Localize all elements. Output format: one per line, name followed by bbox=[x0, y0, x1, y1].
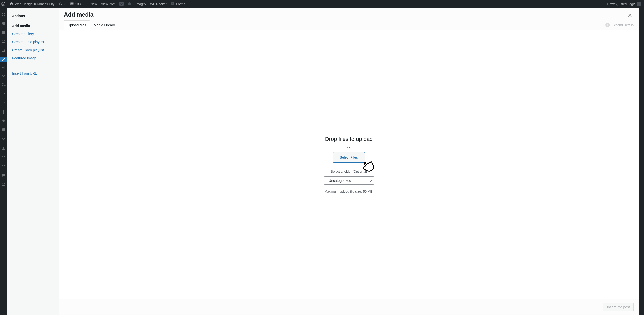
menu-media[interactable] bbox=[0, 100, 7, 106]
wordpress-icon bbox=[1, 2, 5, 6]
action-create-gallery[interactable]: Create gallery bbox=[12, 30, 54, 38]
menu-generic-5[interactable] bbox=[0, 109, 7, 115]
media-tabs: Upload files Media Library bbox=[64, 20, 119, 30]
svg-point-12 bbox=[2, 40, 3, 41]
forms-icon bbox=[171, 2, 175, 6]
insert-into-post-button[interactable]: Insert into post bbox=[603, 303, 634, 311]
modal-footer: Insert into post bbox=[59, 299, 639, 315]
svg-point-27 bbox=[2, 183, 3, 184]
svg-rect-14 bbox=[2, 42, 5, 43]
tab-media-library[interactable]: Media Library bbox=[90, 20, 119, 30]
svg-rect-26 bbox=[2, 167, 5, 167]
folder-select-label: Select a folder (Optional) bbox=[331, 170, 367, 173]
svg-rect-9 bbox=[4, 15, 5, 16]
refresh-icon bbox=[58, 2, 62, 6]
media-main-panel: Add media ✕ Upload files Media Library ‹… bbox=[59, 8, 639, 315]
svg-point-22 bbox=[4, 156, 5, 157]
plus-icon bbox=[85, 2, 89, 6]
media-modal: Actions Add media Create gallery Create … bbox=[7, 8, 639, 315]
modal-title: Add media bbox=[64, 11, 94, 18]
svg-rect-1 bbox=[119, 2, 124, 6]
menu-generic-2[interactable] bbox=[0, 30, 7, 35]
svg-point-15 bbox=[3, 111, 4, 113]
imagify-link[interactable]: Imagify bbox=[136, 2, 146, 6]
view-post-link[interactable]: View Post bbox=[101, 2, 115, 6]
svg-point-21 bbox=[2, 156, 3, 157]
wp-admin-bar: Web Design in Kansas City 7 133 New View… bbox=[0, 0, 644, 8]
menu-dashboard[interactable] bbox=[0, 12, 7, 17]
howdy-link[interactable]: Howdy, Lifted Logic bbox=[607, 2, 642, 6]
svg-rect-6 bbox=[2, 13, 3, 14]
svg-point-2 bbox=[128, 2, 131, 5]
svg-point-28 bbox=[4, 183, 5, 184]
divider bbox=[12, 66, 54, 66]
select-files-button[interactable]: Select Files bbox=[333, 152, 365, 163]
menu-text-all[interactable]: All bbox=[2, 66, 5, 71]
svg-point-19 bbox=[3, 139, 4, 140]
menu-generic-9[interactable] bbox=[0, 145, 7, 151]
howdy-text: Howdy, Lifted Logic bbox=[607, 2, 636, 6]
svg-point-20 bbox=[3, 147, 4, 148]
svg-rect-7 bbox=[4, 13, 5, 14]
yoast-logo-icon bbox=[119, 2, 124, 6]
folder-select[interactable]: - Uncategorized bbox=[324, 176, 374, 185]
actions-heading: Actions bbox=[12, 14, 54, 18]
yoast-icon[interactable] bbox=[119, 2, 124, 6]
upload-dropzone[interactable]: Drop files to upload or Select Files Sel… bbox=[59, 30, 639, 299]
expand-details-label: Expand Details bbox=[612, 23, 634, 27]
action-featured-image[interactable]: Featured image bbox=[12, 54, 54, 62]
action-create-audio-playlist[interactable]: Create audio playlist bbox=[12, 38, 54, 46]
wp-logo[interactable] bbox=[1, 2, 5, 6]
svg-point-18 bbox=[4, 138, 5, 139]
menu-text-tag[interactable]: Ta bbox=[2, 92, 5, 97]
circle-icon bbox=[128, 2, 132, 6]
svg-rect-5 bbox=[172, 4, 173, 4]
menu-text-cat[interactable]: Ca bbox=[2, 83, 5, 88]
menu-generic-12[interactable] bbox=[0, 182, 7, 187]
updates-link[interactable]: 7 bbox=[58, 2, 66, 6]
status-dot[interactable] bbox=[128, 2, 132, 6]
close-icon: ✕ bbox=[628, 12, 632, 19]
menu-generic-4[interactable] bbox=[0, 48, 7, 53]
svg-rect-4 bbox=[172, 3, 173, 4]
svg-rect-16 bbox=[2, 128, 5, 131]
wp-admin-menu: All Ad Ca Ta bbox=[0, 8, 7, 315]
menu-generic-10[interactable] bbox=[0, 154, 7, 160]
menu-text-add[interactable]: Ad bbox=[2, 74, 6, 79]
menu-generic-8[interactable] bbox=[0, 136, 7, 142]
actions-sidebar: Actions Add media Create gallery Create … bbox=[7, 8, 59, 315]
action-insert-from-url[interactable]: Insert from URL bbox=[12, 69, 54, 77]
svg-rect-29 bbox=[2, 185, 5, 186]
menu-generic-3[interactable] bbox=[0, 39, 7, 44]
menu-comments[interactable] bbox=[0, 172, 7, 178]
expand-details: ‹ Expand Details bbox=[605, 23, 634, 27]
svg-rect-11 bbox=[2, 31, 5, 34]
svg-point-17 bbox=[2, 138, 3, 139]
action-add-media[interactable]: Add media bbox=[12, 22, 54, 30]
dropzone-title: Drop files to upload bbox=[325, 136, 373, 142]
site-title: Web Design in Kansas City bbox=[15, 2, 54, 6]
action-create-video-playlist[interactable]: Create video playlist bbox=[12, 46, 54, 54]
new-content-link[interactable]: New bbox=[85, 2, 97, 6]
svg-point-24 bbox=[2, 165, 3, 166]
menu-posts-active[interactable] bbox=[0, 57, 7, 62]
menu-generic-6[interactable] bbox=[0, 118, 7, 124]
wp-rocket-link[interactable]: WP Rocket bbox=[150, 2, 167, 6]
tab-upload-files[interactable]: Upload files bbox=[64, 20, 90, 30]
updates-count: 7 bbox=[64, 2, 66, 6]
comment-icon bbox=[70, 2, 74, 6]
site-name-link[interactable]: Web Design in Kansas City bbox=[9, 2, 54, 6]
forms-link[interactable]: Forms bbox=[171, 2, 185, 6]
comments-count: 133 bbox=[75, 2, 81, 6]
menu-generic-11[interactable] bbox=[0, 163, 7, 169]
svg-rect-23 bbox=[2, 158, 5, 158]
svg-point-13 bbox=[4, 40, 5, 41]
close-button[interactable]: ✕ bbox=[626, 11, 634, 20]
comments-link[interactable]: 133 bbox=[70, 2, 81, 6]
svg-rect-8 bbox=[2, 15, 3, 16]
max-upload-size: Maximum upload file size: 50 MB. bbox=[324, 190, 373, 193]
menu-generic-1[interactable] bbox=[0, 21, 7, 26]
avatar-icon bbox=[637, 2, 641, 6]
svg-point-25 bbox=[4, 165, 5, 166]
menu-generic-7[interactable] bbox=[0, 127, 7, 133]
